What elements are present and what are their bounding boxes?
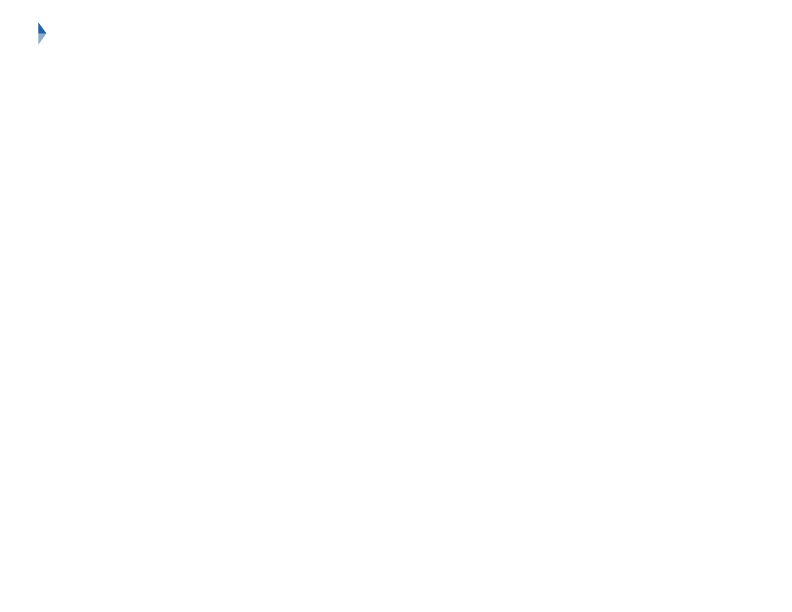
logo	[16, 16, 52, 48]
logo-icon	[16, 16, 48, 48]
svg-marker-1	[38, 22, 46, 44]
page-header	[16, 16, 776, 48]
